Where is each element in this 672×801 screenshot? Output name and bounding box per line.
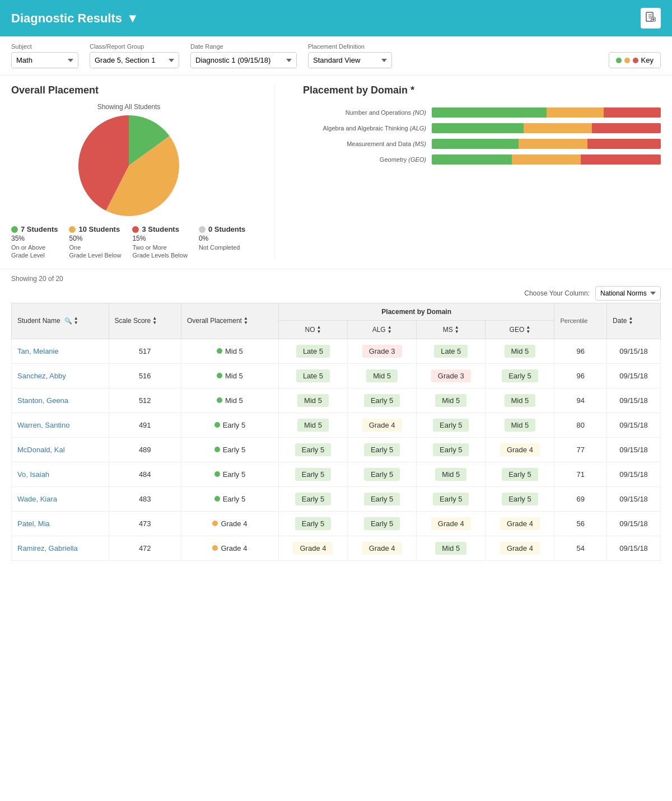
table-row: Patel, Mia473Grade 4Early 5Early 5Grade …: [12, 511, 661, 536]
date-cell: 09/15/18: [607, 413, 661, 437]
score-cell: 512: [109, 388, 181, 413]
student-name-cell[interactable]: Wade, Kiara: [12, 486, 109, 511]
export-button[interactable]: [641, 8, 661, 29]
key-button[interactable]: Key: [609, 52, 661, 68]
sort-arrows-student[interactable]: ▲▼: [74, 316, 78, 325]
legend-dot-red: [132, 226, 139, 233]
date-select[interactable]: Diagnostic 1 (09/15/18): [190, 52, 297, 68]
placement-dot: [212, 545, 218, 551]
pie-chart: [78, 115, 179, 216]
legend-item-gray: 0 Students 0% Not Completed: [199, 225, 245, 260]
sort-arrows-geo[interactable]: ▲▼: [526, 325, 530, 334]
class-select[interactable]: Grade 5, Section 1: [90, 52, 179, 68]
alg-cell: Grade 3: [348, 339, 417, 363]
placement-select[interactable]: Standard View: [308, 52, 392, 68]
geo-cell: Grade 4: [486, 437, 554, 462]
subject-select[interactable]: Math: [11, 52, 78, 68]
no-cell: Late 5: [278, 339, 347, 363]
th-ms: MS ▲▼: [417, 320, 486, 339]
ms-cell: Mid 5: [417, 536, 486, 560]
score-cell: 517: [109, 339, 181, 363]
placement-label: Placement Definition: [308, 43, 392, 50]
date-label: Date Range: [190, 43, 297, 50]
legend-item-green: 7 Students 35% On or AboveGrade Level: [11, 225, 58, 260]
chart-divider: [274, 85, 275, 260]
placement-dot: [214, 447, 220, 452]
sort-arrows-alg[interactable]: ▲▼: [388, 325, 392, 334]
sort-arrows-score[interactable]: ▲▼: [152, 316, 157, 325]
student-name-cell[interactable]: Stanton, Geena: [12, 388, 109, 413]
no-cell: Mid 5: [278, 388, 347, 413]
table-body: Tan, Melanie517Mid 5Late 5Grade 3Late 5M…: [12, 339, 661, 560]
bar-ms-yellow: [519, 139, 587, 149]
date-cell: 09/15/18: [607, 511, 661, 536]
placement-cell: Mid 5: [181, 388, 278, 413]
header-title: Diagnostic Results ▼: [11, 11, 139, 26]
charts-section: Overall Placement Showing All Students 7…: [0, 76, 672, 269]
alg-cell: Grade 4: [348, 413, 417, 437]
bar-ms-green: [432, 139, 519, 149]
pie-chart-container: [11, 115, 246, 216]
table-row: Warren, Santino491Early 5Mid 5Grade 4Ear…: [12, 413, 661, 437]
date-cell: 09/15/18: [607, 462, 661, 486]
domain-label-no: Number and Operations (NO): [303, 109, 426, 116]
student-name-cell[interactable]: Sanchez, Abby: [12, 363, 109, 388]
key-label: Key: [641, 56, 654, 64]
sort-arrows-ms[interactable]: ▲▼: [455, 325, 459, 334]
subject-label: Subject: [11, 43, 78, 50]
legend-item-red: 3 Students 15% Two or MoreGrade Levels B…: [132, 225, 187, 260]
th-date: Date ▲▼: [607, 303, 661, 339]
bar-geo-yellow: [512, 154, 581, 165]
placement-cell: Early 5: [181, 413, 278, 437]
search-icon[interactable]: 🔍: [64, 317, 72, 325]
legend-green-desc: On or AboveGrade Level: [11, 243, 58, 260]
student-name-cell[interactable]: Tan, Melanie: [12, 339, 109, 363]
table-row: Wade, Kiara483Early 5Early 5Early 5Early…: [12, 486, 661, 511]
student-name-cell[interactable]: Ramirez, Gabriella: [12, 536, 109, 560]
percentile-cell: 94: [554, 388, 607, 413]
header-chevron-icon[interactable]: ▼: [127, 11, 139, 26]
percentile-cell: 71: [554, 462, 607, 486]
placement-domain-title: Placement by Domain *: [303, 85, 661, 96]
key-dot-yellow: [624, 58, 630, 63]
placement-dot: [214, 496, 220, 502]
placement-dot: [212, 521, 218, 526]
student-name-cell[interactable]: Warren, Santino: [12, 413, 109, 437]
sort-arrows-no[interactable]: ▲▼: [317, 325, 321, 334]
col-select[interactable]: National Norms: [595, 286, 661, 301]
sort-arrows-placement[interactable]: ▲▼: [244, 316, 248, 325]
score-cell: 516: [109, 363, 181, 388]
legend-dot-gray: [199, 226, 206, 233]
placement-cell: Mid 5: [181, 339, 278, 363]
bar-geo-green: [432, 154, 512, 165]
placement-dot: [214, 471, 220, 477]
percentile-cell: 56: [554, 511, 607, 536]
student-name-cell[interactable]: Patel, Mia: [12, 511, 109, 536]
th-no: NO ▲▼: [278, 320, 347, 339]
no-cell: Late 5: [278, 363, 347, 388]
date-cell: 09/15/18: [607, 486, 661, 511]
header-title-text: Diagnostic Results: [11, 11, 122, 26]
legend-red-pct: 15%: [132, 235, 187, 242]
choose-col-label: Choose Your Column:: [524, 289, 590, 297]
domain-row-geo: Geometry (GEO): [303, 154, 661, 165]
date-cell: 09/15/18: [607, 339, 661, 363]
date-cell: 09/15/18: [607, 388, 661, 413]
bar-alg-green: [432, 123, 524, 133]
date-cell: 09/15/18: [607, 437, 661, 462]
percentile-cell: 80: [554, 413, 607, 437]
ms-cell: Grade 3: [417, 363, 486, 388]
alg-cell: Mid 5: [348, 363, 417, 388]
table-section: Showing 20 of 20 Choose Your Column: Nat…: [0, 269, 672, 572]
alg-cell: Early 5: [348, 388, 417, 413]
domain-row-ms: Measurement and Data (MS): [303, 139, 661, 149]
score-cell: 484: [109, 462, 181, 486]
student-name-cell[interactable]: Vo, Isaiah: [12, 462, 109, 486]
sort-arrows-date[interactable]: ▲▼: [628, 316, 633, 325]
student-name-cell[interactable]: McDonald, Kal: [12, 437, 109, 462]
geo-cell: Grade 4: [486, 511, 554, 536]
ms-cell: Early 5: [417, 486, 486, 511]
domain-label-geo: Geometry (GEO): [303, 156, 426, 163]
th-student-name: Student Name 🔍 ▲▼: [12, 303, 109, 339]
bar-alg-red: [592, 123, 661, 133]
